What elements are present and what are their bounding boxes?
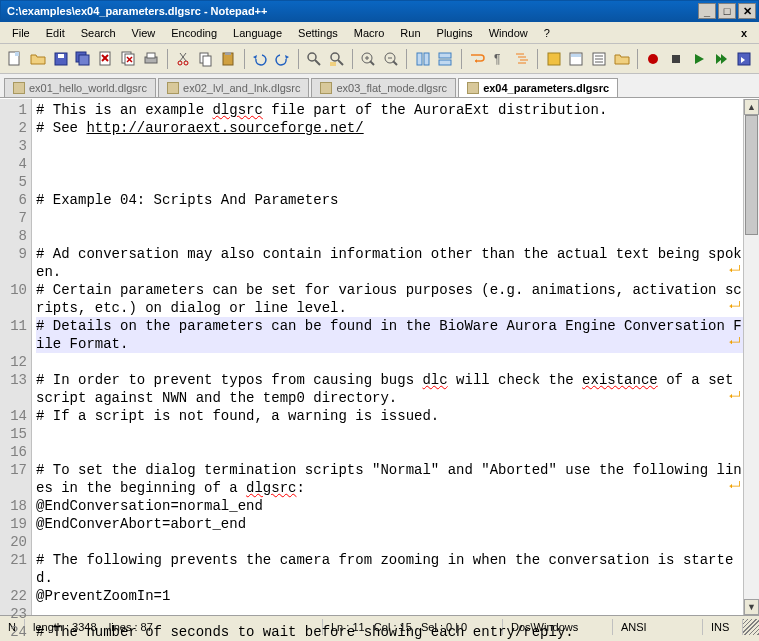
sync-h-icon[interactable] xyxy=(435,48,456,70)
undo-icon[interactable] xyxy=(249,48,270,70)
menu-language[interactable]: Language xyxy=(225,25,290,41)
new-file-icon[interactable] xyxy=(5,48,26,70)
menu-bar: File Edit Search View Encoding Language … xyxy=(0,22,759,44)
menu-macro[interactable]: Macro xyxy=(346,25,393,41)
svg-rect-53 xyxy=(738,53,750,65)
print-icon[interactable] xyxy=(141,48,162,70)
svg-point-51 xyxy=(648,54,658,64)
code-content[interactable]: # This is an example dlgsrc file part of… xyxy=(32,99,743,615)
open-file-icon[interactable] xyxy=(28,48,49,70)
maximize-button[interactable]: □ xyxy=(718,3,736,19)
toolbar-separator xyxy=(461,49,462,69)
svg-point-23 xyxy=(308,53,316,61)
tab-label: ex02_lvl_and_lnk.dlgsrc xyxy=(183,82,300,94)
cut-icon[interactable] xyxy=(173,48,194,70)
find-icon[interactable] xyxy=(304,48,325,70)
svg-line-34 xyxy=(393,61,397,65)
menu-view[interactable]: View xyxy=(124,25,164,41)
udl-icon[interactable] xyxy=(543,48,564,70)
menu-run[interactable]: Run xyxy=(392,25,428,41)
zoom-in-icon[interactable] xyxy=(358,48,379,70)
paste-icon[interactable] xyxy=(218,48,239,70)
scroll-thumb[interactable] xyxy=(745,115,758,235)
svg-point-25 xyxy=(331,53,339,61)
scroll-down-icon[interactable]: ▼ xyxy=(744,599,759,615)
toolbar-separator xyxy=(167,49,168,69)
svg-rect-46 xyxy=(571,54,581,57)
redo-icon[interactable] xyxy=(272,48,293,70)
svg-rect-5 xyxy=(79,55,89,65)
menu-encoding[interactable]: Encoding xyxy=(163,25,225,41)
svg-rect-22 xyxy=(225,52,231,55)
vertical-scrollbar[interactable]: ▲ ▼ xyxy=(743,99,759,615)
resize-grip-icon[interactable] xyxy=(743,619,759,635)
svg-rect-37 xyxy=(439,53,451,58)
svg-rect-1 xyxy=(15,52,19,56)
record-macro-icon[interactable] xyxy=(643,48,664,70)
save-icon[interactable] xyxy=(50,48,71,70)
file-icon xyxy=(467,82,479,94)
tab-label: ex03_flat_mode.dlgsrc xyxy=(336,82,447,94)
menu-plugins[interactable]: Plugins xyxy=(429,25,481,41)
svg-rect-52 xyxy=(672,55,680,63)
doc-map-icon[interactable] xyxy=(566,48,587,70)
play-macro-icon[interactable] xyxy=(688,48,709,70)
close-button[interactable]: ✕ xyxy=(738,3,756,19)
svg-rect-35 xyxy=(417,53,422,65)
zoom-out-icon[interactable] xyxy=(381,48,402,70)
line-number-gutter: 123456789101112131415161718192021222324 xyxy=(0,99,32,615)
tab-ex04[interactable]: ex04_parameters.dlgsrc xyxy=(458,78,618,97)
scroll-up-icon[interactable]: ▲ xyxy=(744,99,759,115)
svg-line-24 xyxy=(315,60,320,65)
indent-guide-icon[interactable] xyxy=(512,48,533,70)
save-all-icon[interactable] xyxy=(73,48,94,70)
toolbar-separator xyxy=(298,49,299,69)
tab-ex03[interactable]: ex03_flat_mode.dlgsrc xyxy=(311,78,456,97)
svg-rect-20 xyxy=(203,56,211,66)
folder-icon[interactable] xyxy=(611,48,632,70)
menu-window[interactable]: Window xyxy=(481,25,536,41)
minimize-button[interactable]: _ xyxy=(698,3,716,19)
tab-bar: ex01_hello_world.dlgsrc ex02_lvl_and_lnk… xyxy=(0,74,759,98)
toolbar-separator xyxy=(406,49,407,69)
menu-search[interactable]: Search xyxy=(73,25,124,41)
sync-v-icon[interactable] xyxy=(412,48,433,70)
svg-line-26 xyxy=(338,60,343,65)
file-icon xyxy=(13,82,25,94)
tab-label: ex04_parameters.dlgsrc xyxy=(483,82,609,94)
tab-label: ex01_hello_world.dlgsrc xyxy=(29,82,147,94)
menu-settings[interactable]: Settings xyxy=(290,25,346,41)
svg-point-16 xyxy=(184,61,188,65)
svg-rect-38 xyxy=(439,60,451,65)
file-icon xyxy=(320,82,332,94)
stop-macro-icon[interactable] xyxy=(666,48,687,70)
show-all-chars-icon[interactable]: ¶ xyxy=(489,48,510,70)
save-macro-icon[interactable] xyxy=(734,48,755,70)
func-list-icon[interactable] xyxy=(589,48,610,70)
svg-rect-14 xyxy=(147,53,155,58)
menu-help[interactable]: ? xyxy=(536,25,558,41)
tab-ex01[interactable]: ex01_hello_world.dlgsrc xyxy=(4,78,156,97)
play-multi-icon[interactable] xyxy=(711,48,732,70)
toolbar-separator xyxy=(637,49,638,69)
tab-ex02[interactable]: ex02_lvl_and_lnk.dlgsrc xyxy=(158,78,309,97)
toolbar-separator xyxy=(537,49,538,69)
file-icon xyxy=(167,82,179,94)
title-bar: C:\examples\ex04_parameters.dlgsrc - Not… xyxy=(0,0,759,22)
editor-area: 123456789101112131415161718192021222324 … xyxy=(0,98,759,615)
scroll-track[interactable] xyxy=(744,115,759,599)
close-file-icon[interactable] xyxy=(96,48,117,70)
toolbar-separator xyxy=(244,49,245,69)
window-title: C:\examples\ex04_parameters.dlgsrc - Not… xyxy=(7,5,696,17)
menu-edit[interactable]: Edit xyxy=(38,25,73,41)
svg-point-15 xyxy=(178,61,182,65)
replace-icon[interactable] xyxy=(326,48,347,70)
menu-file[interactable]: File xyxy=(4,25,38,41)
svg-rect-27 xyxy=(330,62,336,66)
close-all-icon[interactable] xyxy=(118,48,139,70)
tab-close-x[interactable]: x xyxy=(733,25,755,41)
svg-rect-3 xyxy=(58,54,64,58)
copy-icon[interactable] xyxy=(195,48,216,70)
wordwrap-icon[interactable] xyxy=(466,48,487,70)
toolbar-separator xyxy=(352,49,353,69)
